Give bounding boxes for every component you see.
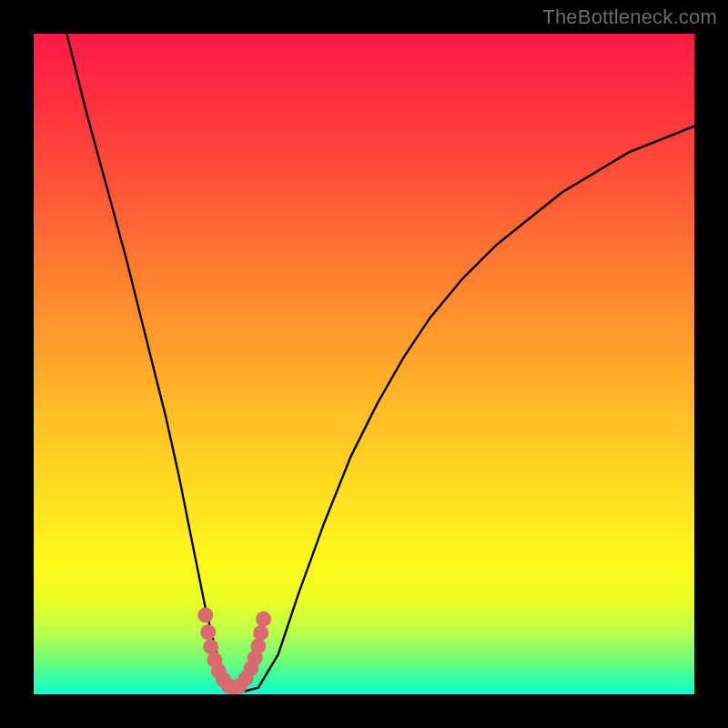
chart-frame: TheBottleneck.com <box>0 0 728 728</box>
bottleneck-curve <box>66 34 694 691</box>
watermark-text: TheBottleneck.com <box>542 5 717 29</box>
highlight-dot <box>200 624 216 640</box>
plot-area <box>34 34 694 694</box>
highlight-dot <box>250 639 266 654</box>
highlight-dot <box>256 612 271 627</box>
chart-svg <box>34 34 694 694</box>
highlight-dot <box>197 607 213 622</box>
highlight-dot <box>203 639 218 654</box>
highlight-dots <box>197 607 271 694</box>
highlight-dot <box>253 625 268 641</box>
